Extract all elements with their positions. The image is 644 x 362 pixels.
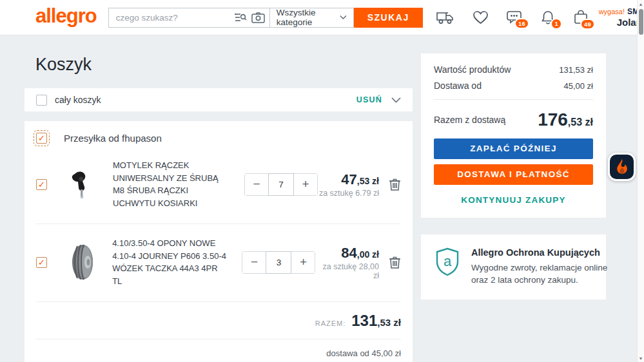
quantity-stepper: − 7 + bbox=[244, 173, 318, 196]
product-title[interactable]: MOTYLEK RĄCZEK UNIWERSALNY ZE ŚRUBĄ M8 Ś… bbox=[113, 159, 230, 209]
summary-divider bbox=[434, 99, 593, 100]
protection-text: Allegro Ochrona Kupujących Wygodne zwrot… bbox=[471, 247, 610, 287]
seller-checkbox[interactable] bbox=[36, 133, 47, 144]
select-all-bar: cały koszyk USUŃ bbox=[24, 88, 413, 111]
seller-row: Przesyłka od fhupason bbox=[36, 133, 401, 146]
cart-badge: 49 bbox=[580, 19, 595, 30]
scrollbar-thumb[interactable] bbox=[639, 9, 643, 35]
messages-badge: 16 bbox=[514, 18, 529, 30]
search-button[interactable]: SZUKAJ bbox=[354, 8, 423, 28]
category-select[interactable]: Wszystkie kategorie bbox=[269, 8, 354, 28]
allegro-logo[interactable]: allegro bbox=[35, 6, 97, 30]
protection-shield-icon: a bbox=[434, 247, 461, 287]
pay-later-button[interactable]: ZAPŁAĆ PÓŹNIEJ bbox=[434, 138, 593, 159]
search-by-list-icon[interactable] bbox=[235, 11, 247, 24]
delivery-row: Dostawa od 45,00 zł bbox=[434, 81, 593, 91]
grand-total-label: Razem z dostawą bbox=[434, 115, 505, 125]
camera-search-icon[interactable] bbox=[251, 11, 265, 24]
quantity-decrease-button[interactable]: − bbox=[242, 252, 266, 273]
grand-total-value: 176 bbox=[538, 110, 568, 129]
item-unit-price: za sztukę 6.79 zł bbox=[319, 189, 379, 198]
seller-label: Przesyłka od fhupason bbox=[64, 133, 162, 144]
group-total-row: RAZEM: 131,53 zł bbox=[36, 302, 401, 339]
products-value: 131,53 zł bbox=[559, 65, 593, 75]
search-box bbox=[108, 8, 269, 28]
protection-description: Wygodne zwroty, reklamacje online oraz 2… bbox=[471, 262, 610, 287]
delivery-payment-button[interactable]: DOSTAWA I PŁATNOŚĆ bbox=[434, 164, 593, 185]
quantity-decrease-button[interactable]: − bbox=[245, 174, 268, 195]
quantity-increase-button[interactable]: + bbox=[291, 252, 315, 273]
flame-icon bbox=[615, 158, 629, 175]
category-select-value: Wszystkie kategorie bbox=[277, 8, 340, 27]
item-price: 84 bbox=[341, 245, 356, 261]
favorites-heart-icon[interactable] bbox=[473, 10, 489, 24]
page-title: Koszyk bbox=[35, 55, 413, 75]
header-icons: 16 1 49 bbox=[436, 10, 589, 25]
quantity-value[interactable]: 3 bbox=[266, 251, 291, 274]
cart-bag-icon[interactable]: 49 bbox=[573, 10, 589, 25]
delete-item-icon[interactable] bbox=[389, 177, 401, 191]
allegro-cart-page: allegro bbox=[0, 0, 644, 362]
product-title[interactable]: 4.10/3.50-4 OPONY NOWE 4.10-4 JOURNEY P6… bbox=[112, 237, 228, 287]
svg-text:a: a bbox=[444, 253, 452, 269]
header: allegro bbox=[0, 0, 644, 35]
continue-shopping-link[interactable]: KONTYNUUJ ZAKUPY bbox=[434, 195, 593, 206]
scroll-down-arrow[interactable]: ▼ bbox=[639, 354, 643, 362]
cart-item-row: MOTYLEK RĄCZEK UNIWERSALNY ZE ŚRUBĄ M8 Ś… bbox=[36, 146, 401, 224]
buyer-protection-card: a Allegro Ochrona Kupujących Wygodne zwr… bbox=[421, 234, 606, 300]
item-price: 47 bbox=[341, 171, 356, 187]
quantity-value[interactable]: 7 bbox=[268, 173, 294, 196]
group-total-value: 131 bbox=[351, 312, 377, 330]
item-price-block: 47,53 zł za sztukę 6.79 zł bbox=[319, 171, 379, 198]
main-content: Koszyk cały koszyk USUŃ Przesyłka od fhu… bbox=[0, 35, 644, 362]
item-unit-price: za sztukę 28,00 zł bbox=[315, 262, 379, 280]
cart-column: Koszyk cały koszyk USUŃ Przesyłka od fhu… bbox=[24, 53, 413, 362]
group-delivery-note: dostawa od 45,00 zł bbox=[36, 339, 401, 362]
products-value-row: Wartość produktów 131,53 zł bbox=[434, 64, 593, 75]
notifications-badge: 1 bbox=[551, 18, 561, 30]
delivery-truck-icon[interactable] bbox=[436, 10, 455, 24]
protection-title: Allegro Ochrona Kupujących bbox=[471, 247, 610, 258]
quantity-stepper: − 3 + bbox=[242, 251, 315, 274]
chevron-down-icon bbox=[340, 15, 347, 20]
search-bar: Wszystkie kategorie SZUKAJ bbox=[108, 8, 423, 28]
product-image-knob[interactable] bbox=[64, 166, 101, 203]
delivery-value: 45,00 zł bbox=[563, 81, 593, 91]
quantity-increase-button[interactable]: + bbox=[294, 174, 317, 195]
item-price-block: 84,00 zł za sztukę 28,00 zł bbox=[315, 245, 379, 280]
select-all-checkbox[interactable] bbox=[36, 95, 47, 106]
item-checkbox[interactable] bbox=[36, 257, 47, 268]
select-all-label: cały koszyk bbox=[55, 95, 101, 105]
group-total-label: RAZEM: bbox=[315, 319, 346, 327]
scroll-up-arrow[interactable]: ▲ bbox=[639, 0, 643, 8]
notifications-bell-icon[interactable]: 1 bbox=[540, 10, 556, 25]
item-checkbox[interactable] bbox=[36, 179, 47, 190]
products-value-label: Wartość produktów bbox=[434, 64, 511, 75]
remove-selected-button[interactable]: USUŃ bbox=[356, 95, 401, 104]
order-summary-card: Wartość produktów 131,53 zł Dostawa od 4… bbox=[421, 53, 606, 218]
chevron-down-icon bbox=[391, 97, 401, 103]
delivery-label: Dostawa od bbox=[434, 81, 482, 91]
smart-expiry-label: wygasa! bbox=[599, 8, 625, 15]
cart-item-row: 4.10/3.50-4 OPONY NOWE 4.10-4 JOURNEY P6… bbox=[36, 224, 401, 301]
hot-deals-flame-widget[interactable] bbox=[608, 153, 636, 181]
delete-item-icon[interactable] bbox=[389, 255, 401, 269]
grand-total-row: Razem z dostawą 176,53 zł bbox=[434, 110, 593, 130]
summary-column: Wartość produktów 131,53 zł Dostawa od 4… bbox=[421, 53, 606, 362]
search-input[interactable] bbox=[116, 13, 230, 23]
seller-group-card: Przesyłka od fhupason MOTYLEK RĄCZEK UNI… bbox=[24, 121, 413, 362]
product-image-tire[interactable] bbox=[64, 243, 101, 281]
messages-icon[interactable]: 16 bbox=[506, 10, 523, 24]
scrollbar: ▲ ▼ bbox=[637, 0, 644, 362]
